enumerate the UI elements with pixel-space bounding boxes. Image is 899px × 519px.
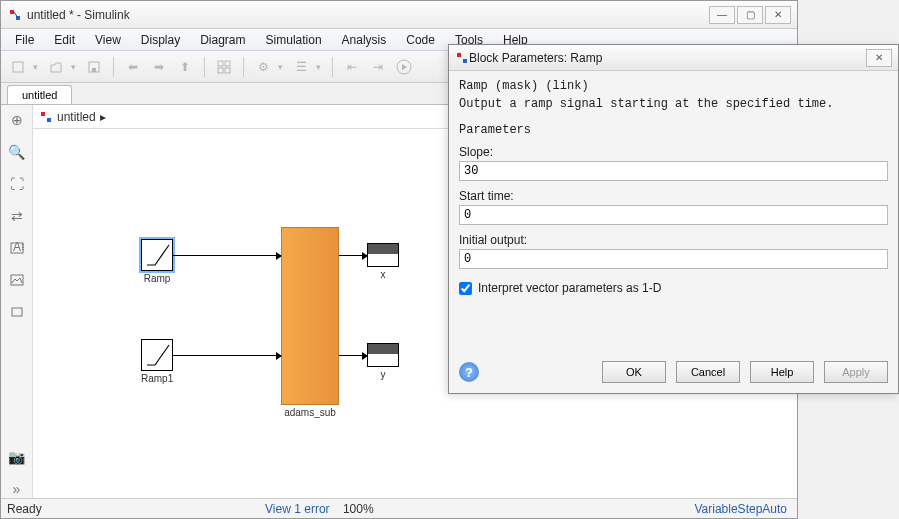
step-forward-icon[interactable]: ⇥	[367, 56, 389, 78]
more-icon[interactable]: »	[8, 480, 26, 498]
settings-icon[interactable]: ⚙	[252, 56, 274, 78]
interpret-1d-label: Interpret vector parameters as 1-D	[478, 281, 661, 295]
wire-ramp1-to-adams	[173, 355, 281, 356]
toolbar-separator	[113, 57, 114, 77]
window-buttons: — ▢ ✕	[707, 6, 791, 24]
initial-output-field: Initial output:	[459, 233, 888, 269]
menu-display[interactable]: Display	[131, 31, 190, 49]
settings-dropdown-icon[interactable]: ▾	[278, 62, 286, 72]
scope-x-icon	[367, 243, 399, 267]
maximize-button[interactable]: ▢	[737, 6, 763, 24]
explorer-icon[interactable]: ⊕	[8, 111, 26, 129]
svg-rect-13	[12, 308, 22, 316]
toolbar-separator	[204, 57, 205, 77]
scope-y-block[interactable]: y	[367, 343, 399, 380]
step-back-icon[interactable]: ⇤	[341, 56, 363, 78]
status-solver[interactable]: VariableStepAuto	[597, 502, 797, 516]
camera-icon[interactable]: 📷	[8, 448, 26, 466]
help-button[interactable]: Help	[750, 361, 814, 383]
menu-edit[interactable]: Edit	[44, 31, 85, 49]
ramp1-block-label: Ramp1	[141, 373, 173, 384]
svg-rect-6	[225, 61, 230, 66]
minimize-button[interactable]: —	[709, 6, 735, 24]
svg-rect-2	[13, 62, 23, 72]
toolbar-separator	[243, 57, 244, 77]
list-dropdown-icon[interactable]: ▾	[316, 62, 324, 72]
zoom-icon[interactable]: 🔍	[8, 143, 26, 161]
wire-ramp-to-adams	[173, 255, 281, 256]
menu-analysis[interactable]: Analysis	[332, 31, 397, 49]
ramp-block[interactable]: Ramp	[141, 239, 173, 284]
svg-rect-8	[225, 68, 230, 73]
adams-sub-block-icon	[281, 227, 339, 405]
menu-code[interactable]: Code	[396, 31, 445, 49]
forward-icon[interactable]: ➡	[148, 56, 170, 78]
scope-x-label: x	[367, 269, 399, 280]
svg-rect-4	[92, 68, 96, 72]
menu-simulation[interactable]: Simulation	[256, 31, 332, 49]
fit-icon[interactable]: ⛶	[8, 175, 26, 193]
open-icon[interactable]	[45, 56, 67, 78]
new-icon[interactable]	[7, 56, 29, 78]
start-time-input[interactable]	[459, 205, 888, 225]
slope-input[interactable]	[459, 161, 888, 181]
svg-text:A≡: A≡	[13, 242, 24, 254]
svg-rect-16	[457, 53, 461, 57]
ramp1-block[interactable]: Ramp1	[141, 339, 173, 384]
svg-rect-7	[218, 68, 223, 73]
statusbar: Ready View 1 error 100% VariableStepAuto	[1, 498, 797, 518]
close-button[interactable]: ✕	[765, 6, 791, 24]
back-icon[interactable]: ⬅	[122, 56, 144, 78]
dialog-masktype: Ramp (mask) (link)	[459, 79, 888, 93]
svg-rect-5	[218, 61, 223, 66]
up-icon[interactable]: ⬆	[174, 56, 196, 78]
annotation-icon[interactable]: A≡	[8, 239, 26, 257]
simulink-app-icon	[7, 7, 23, 23]
menu-diagram[interactable]: Diagram	[190, 31, 255, 49]
svg-rect-15	[47, 118, 51, 122]
new-dropdown-icon[interactable]: ▾	[33, 62, 41, 72]
breadcrumb-root[interactable]: untitled	[57, 110, 96, 124]
status-view-error[interactable]: View 1 error	[265, 502, 329, 516]
initial-output-input[interactable]	[459, 249, 888, 269]
menu-file[interactable]: File	[5, 31, 44, 49]
help-icon[interactable]: ?	[459, 362, 479, 382]
run-icon[interactable]	[393, 56, 415, 78]
interpret-1d-field: Interpret vector parameters as 1-D	[459, 281, 888, 295]
ramp-block-label: Ramp	[141, 273, 173, 284]
adams-sub-block[interactable]: adams_sub	[281, 227, 339, 418]
open-dropdown-icon[interactable]: ▾	[71, 62, 79, 72]
ok-button[interactable]: OK	[602, 361, 666, 383]
interpret-1d-checkbox[interactable]	[459, 282, 472, 295]
titlebar: untitled * - Simulink — ▢ ✕	[1, 1, 797, 29]
ramp-block-icon	[141, 239, 173, 271]
start-time-field: Start time:	[459, 189, 888, 225]
apply-button[interactable]: Apply	[824, 361, 888, 383]
status-ready: Ready	[1, 502, 42, 516]
svg-rect-14	[41, 112, 45, 116]
palette-sidebar: ⊕ 🔍 ⛶ ⇄ A≡ 📷 »	[1, 105, 33, 498]
breadcrumb-chevron-icon: ▸	[100, 110, 106, 124]
document-tab[interactable]: untitled	[7, 85, 72, 104]
model-icon	[39, 110, 53, 124]
window-title: untitled * - Simulink	[27, 8, 707, 22]
scope-x-block[interactable]: x	[367, 243, 399, 280]
status-zoom: 100%	[343, 502, 374, 516]
arrows-icon[interactable]: ⇄	[8, 207, 26, 225]
scope-y-icon	[367, 343, 399, 367]
cancel-button[interactable]: Cancel	[676, 361, 740, 383]
list-icon[interactable]: ☰	[290, 56, 312, 78]
dialog-titlebar: Block Parameters: Ramp ✕	[449, 45, 898, 71]
slope-label: Slope:	[459, 145, 888, 159]
svg-rect-17	[463, 59, 467, 63]
dialog-close-button[interactable]: ✕	[866, 49, 892, 67]
menu-view[interactable]: View	[85, 31, 131, 49]
dialog-description: Output a ramp signal starting at the spe…	[459, 97, 888, 111]
image-icon[interactable]	[8, 271, 26, 289]
library-icon[interactable]	[213, 56, 235, 78]
dialog-body: Ramp (mask) (link) Output a ramp signal …	[449, 71, 898, 303]
rect-icon[interactable]	[8, 303, 26, 321]
dialog-title: Block Parameters: Ramp	[469, 51, 864, 65]
scope-y-label: y	[367, 369, 399, 380]
save-icon[interactable]	[83, 56, 105, 78]
